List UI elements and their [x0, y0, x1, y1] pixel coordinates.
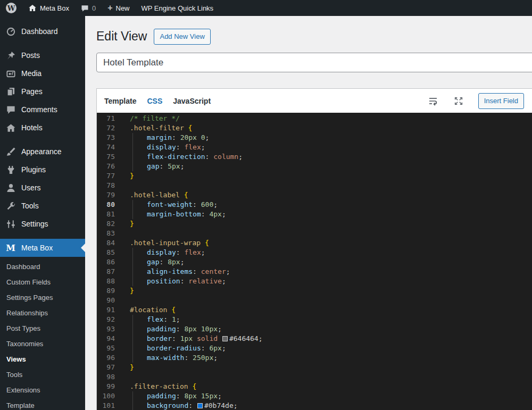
- code-line[interactable]: 91#location {: [97, 305, 532, 315]
- site-name-label: Meta Box: [40, 4, 69, 12]
- sidebar-item-dashboard[interactable]: Dashboard: [0, 22, 85, 40]
- code-line[interactable]: 96max-width: 250px;: [97, 353, 532, 363]
- submenu-item-taxonomies[interactable]: Taxonomies: [0, 336, 85, 352]
- code-token: {: [188, 124, 193, 132]
- color-swatch[interactable]: [197, 403, 203, 408]
- code-line[interactable]: 84.hotel-input-wrap {: [97, 238, 532, 248]
- code-token: {: [184, 191, 188, 199]
- code-token: display: [147, 143, 176, 151]
- code-line[interactable]: 79.hotel-label {: [97, 190, 532, 200]
- code-token: background: [147, 401, 188, 409]
- code-line[interactable]: 77}: [97, 171, 532, 181]
- css-code-editor[interactable]: 71/* filter */72.hotel-filter {73margin:…: [97, 113, 532, 410]
- indent-guide: [130, 344, 147, 353]
- sidebar-item-settings[interactable]: Settings: [0, 215, 85, 233]
- site-name-menu[interactable]: Meta Box: [22, 0, 75, 16]
- code-line[interactable]: 81margin-bottom: 4px;: [97, 210, 532, 219]
- tab-css[interactable]: CSS: [147, 97, 162, 105]
- code-line[interactable]: 83: [97, 229, 532, 238]
- code-line[interactable]: 80font-weight: 600;: [97, 200, 532, 210]
- submenu-item-post-types[interactable]: Post Types: [0, 321, 85, 336]
- sidebar-item-appearance[interactable]: Appearance: [0, 143, 85, 161]
- code-token: }: [130, 220, 134, 228]
- indent-guide: [130, 162, 147, 171]
- submenu-item-dashboard[interactable]: Dashboard: [0, 259, 85, 274]
- wp-logo-button[interactable]: W: [0, 0, 22, 16]
- code-line[interactable]: 97}: [97, 363, 532, 372]
- code-line[interactable]: 90: [97, 296, 532, 305]
- code-line[interactable]: 98: [97, 372, 532, 382]
- new-content-menu[interactable]: + New: [102, 0, 135, 16]
- color-swatch[interactable]: [222, 336, 228, 341]
- code-line[interactable]: 95border-radius: 6px;: [97, 344, 532, 353]
- tab-template[interactable]: Template: [104, 97, 136, 105]
- code-token: {: [205, 239, 209, 247]
- submenu-item-extensions[interactable]: Extensions: [0, 382, 85, 398]
- code-line[interactable]: 85display: flex;: [97, 248, 532, 257]
- code-line[interactable]: 92flex: 1;: [97, 315, 532, 324]
- sidebar-item-label: Meta Box: [21, 244, 53, 252]
- code-line[interactable]: 71/* filter */: [97, 114, 532, 123]
- sidebar-item-label: Dashboard: [21, 27, 58, 36]
- code-line[interactable]: 93padding: 8px 10px;: [97, 324, 532, 334]
- code-token: ;: [234, 401, 238, 409]
- hotels-icon: [5, 122, 16, 133]
- metabox-submenu: DashboardCustom FieldsSettings PagesRela…: [0, 257, 85, 410]
- page-header: Edit View Add New View: [96, 29, 532, 45]
- code-line[interactable]: 87align-items: center;: [97, 267, 532, 277]
- add-new-view-button[interactable]: Add New View: [154, 29, 210, 45]
- code-token: ;: [218, 325, 222, 333]
- code-line[interactable]: 101background: #0b74de;: [97, 401, 532, 410]
- indent-guide: [130, 143, 147, 152]
- submenu-item-settings-pages[interactable]: Settings Pages: [0, 290, 85, 305]
- word-wrap-icon[interactable]: [427, 95, 439, 107]
- line-number: 98: [97, 372, 115, 382]
- wp-engine-quick-links-menu[interactable]: WP Engine Quick Links: [136, 0, 220, 16]
- code-token: :: [176, 325, 185, 333]
- code-line[interactable]: 76gap: 5px;: [97, 162, 532, 171]
- view-name-input[interactable]: [96, 53, 532, 72]
- code-token: ;: [222, 277, 226, 285]
- fullscreen-icon[interactable]: [453, 95, 464, 107]
- code-line[interactable]: 89}: [97, 286, 532, 296]
- sidebar-item-posts[interactable]: Posts: [0, 46, 85, 64]
- insert-field-button[interactable]: Insert Field: [478, 93, 524, 109]
- submenu-item-template[interactable]: Template: [0, 398, 85, 410]
- quick-links-label: WP Engine Quick Links: [142, 4, 214, 12]
- sidebar-item-hotels[interactable]: Hotels: [0, 119, 85, 137]
- code-line[interactable]: 100padding: 8px 15px;: [97, 391, 532, 401]
- code-line[interactable]: 73margin: 20px 0;: [97, 133, 532, 143]
- code-token: /* filter */: [130, 114, 180, 122]
- sidebar-item-comments[interactable]: Comments: [0, 101, 85, 119]
- admin-bar: W Meta Box 0 + New WP Engine Quick Links: [0, 0, 532, 16]
- submenu-item-custom-fields[interactable]: Custom Fields: [0, 274, 85, 290]
- code-token: .hotel-input-wrap: [130, 239, 201, 247]
- code-token: [201, 239, 205, 247]
- code-token: }: [130, 287, 134, 295]
- indent-guide: [130, 324, 147, 334]
- code-line[interactable]: 75flex-direction: column;: [97, 152, 532, 162]
- new-label: New: [116, 4, 130, 12]
- code-line[interactable]: 78: [97, 181, 532, 190]
- sidebar-item-users[interactable]: Users: [0, 179, 85, 197]
- sidebar-item-plugins[interactable]: Plugins: [0, 161, 85, 179]
- code-line[interactable]: 88position: relative;: [97, 277, 532, 286]
- code-token: :: [180, 277, 189, 285]
- sidebar-item-media[interactable]: Media: [0, 64, 85, 82]
- code-token: [180, 191, 184, 199]
- submenu-item-tools[interactable]: Tools: [0, 367, 85, 382]
- code-line[interactable]: 74display: flex;: [97, 143, 532, 152]
- comments-menu[interactable]: 0: [75, 0, 102, 16]
- submenu-item-relationships[interactable]: Relationships: [0, 305, 85, 321]
- sidebar-item-pages[interactable]: Pages: [0, 82, 85, 101]
- code-token: :: [159, 258, 168, 266]
- submenu-item-views[interactable]: Views: [0, 352, 85, 367]
- code-line[interactable]: 72.hotel-filter {: [97, 123, 532, 133]
- code-line[interactable]: 86gap: 8px;: [97, 257, 532, 267]
- code-line[interactable]: 94border: 1px solid #646464;: [97, 334, 532, 344]
- code-line[interactable]: 99.filter-action {: [97, 382, 532, 391]
- sidebar-item-meta-box[interactable]: MMeta Box: [0, 239, 85, 257]
- code-line[interactable]: 82}: [97, 219, 532, 229]
- tab-javascript[interactable]: JavaScript: [173, 97, 211, 105]
- sidebar-item-tools[interactable]: Tools: [0, 197, 85, 215]
